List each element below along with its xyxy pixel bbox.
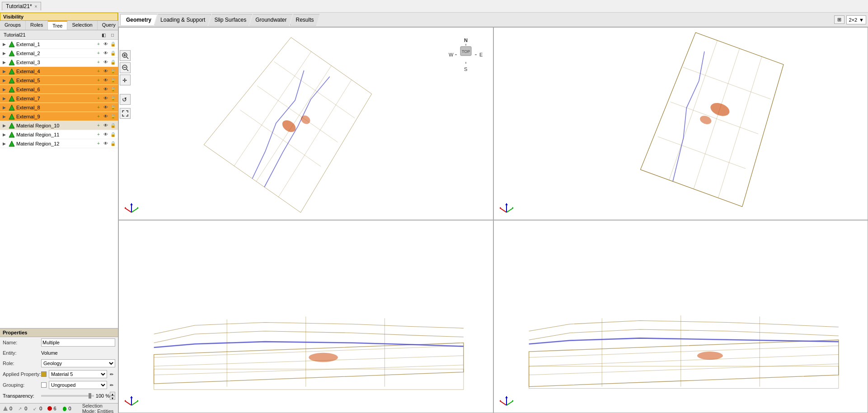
prop-name-input[interactable] xyxy=(41,338,115,347)
tree-row-material11[interactable]: ▶ Material Region_11 + 👁 🔒 xyxy=(0,130,118,139)
tab-loading-support[interactable]: Loading & Support xyxy=(155,14,211,26)
view-dropdown[interactable]: 2×2 ▼ xyxy=(846,15,866,24)
tree-list[interactable]: ▶ External_1 + 👁 🔒 ▶ xyxy=(0,40,118,328)
expand-icon-6[interactable]: ▶ xyxy=(1,86,7,93)
lock-icon-6[interactable]: 🔒 xyxy=(110,87,116,92)
tree-row-external5[interactable]: ▶ External_5 + 👁 🔒 xyxy=(0,76,118,85)
expand-icon-3[interactable]: ▶ xyxy=(1,59,7,66)
zoom-in-button[interactable] xyxy=(120,50,131,61)
lock-icon-11[interactable]: 🔒 xyxy=(110,132,116,137)
svg-point-64 xyxy=(309,353,338,362)
rotate-button[interactable]: ↺ xyxy=(120,94,131,105)
eye-icon-8[interactable]: 👁 xyxy=(103,105,109,110)
lock-icon-7[interactable]: 🔒 xyxy=(110,96,116,101)
viewport-bottom-left[interactable] xyxy=(118,220,493,413)
expand-icon-7[interactable]: ▶ xyxy=(1,95,7,102)
tree-expand-icon[interactable]: □ xyxy=(109,31,116,38)
add-icon-6: + xyxy=(95,87,102,92)
eye-icon-4[interactable]: 👁 xyxy=(103,69,109,74)
grouping-edit-button[interactable]: ✏ xyxy=(108,381,115,389)
prop-applied-select[interactable]: Material 5 xyxy=(49,370,107,378)
prop-grouping-select[interactable]: Ungrouped xyxy=(49,381,107,389)
tree-row-external4[interactable]: ▶ External_4 + 👁 🔒 xyxy=(0,67,118,76)
transparency-down-button[interactable]: ▼ xyxy=(110,396,115,400)
transparency-up-button[interactable]: ▲ xyxy=(110,392,115,396)
transparency-thumb[interactable] xyxy=(89,393,91,399)
lock-icon-10[interactable]: 🔒 xyxy=(110,123,116,128)
tree-row-external2[interactable]: ▶ External_2 + 👁 🔒 xyxy=(0,49,118,58)
svg-line-51 xyxy=(711,56,769,198)
mountain-icon-9 xyxy=(8,113,15,120)
viewport-top-right[interactable] xyxy=(493,27,868,220)
lock-icon-5[interactable]: 🔒 xyxy=(110,78,116,83)
eye-icon-12[interactable]: 👁 xyxy=(103,141,109,146)
eye-icon-2[interactable]: 👁 xyxy=(103,51,109,56)
prop-applied-wrap: Material 5 ✏ xyxy=(41,370,115,378)
viewport-top-left[interactable]: ✛ ↺ N S E W xyxy=(118,27,493,220)
tree-row-external1[interactable]: ▶ External_1 + 👁 🔒 xyxy=(0,40,118,49)
fit-button[interactable] xyxy=(120,108,131,119)
eye-icon-7[interactable]: 👁 xyxy=(103,96,109,101)
tab-groundwater[interactable]: Groundwater xyxy=(249,14,292,26)
leaf-icon xyxy=(62,406,67,411)
expand-icon-1[interactable]: ▶ xyxy=(1,41,7,47)
prop-role-wrap: Geology xyxy=(41,359,115,367)
eye-icon-9[interactable]: 👁 xyxy=(103,114,109,119)
tab-query[interactable]: Query xyxy=(98,21,121,30)
tree-row-external6[interactable]: ▶ External_6 + 👁 🔒 xyxy=(0,85,118,94)
svg-line-31 xyxy=(274,61,355,118)
expand-icon-11[interactable]: ▶ xyxy=(1,131,7,138)
zoom-out-button[interactable] xyxy=(120,62,131,73)
tree-row-external7[interactable]: ▶ External_7 + 👁 🔒 xyxy=(0,94,118,103)
eye-icon-11[interactable]: 👁 xyxy=(103,132,109,137)
add-icon-7: + xyxy=(95,96,102,101)
expand-icon-5[interactable]: ▶ xyxy=(1,77,7,84)
tree-header-label: Tutorial21 xyxy=(2,32,98,38)
tree-row-external3[interactable]: ▶ External_3 + 👁 🔒 xyxy=(0,58,118,67)
main-container: Visibility Groups Roles Tree Selection Q… xyxy=(0,13,868,413)
transparency-value: 100 % xyxy=(94,393,110,399)
eye-icon-1[interactable]: 👁 xyxy=(103,42,109,47)
tree-row-material12[interactable]: ▶ Material Region_12 + 👁 🔒 xyxy=(0,139,118,148)
mountain-icon-12 xyxy=(8,140,15,147)
expand-icon-10[interactable]: ▶ xyxy=(1,122,7,129)
eye-icon-5[interactable]: 👁 xyxy=(103,78,109,83)
tree-row-material10[interactable]: ▶ Material Region_10 + 👁 🔒 xyxy=(0,121,118,130)
lock-icon-9[interactable]: 🔒 xyxy=(110,114,116,119)
grid-layout-button[interactable]: ⊞ xyxy=(834,15,845,24)
pan-button[interactable]: ✛ xyxy=(120,75,131,85)
tree-collapse-icon[interactable]: ◧ xyxy=(100,31,107,38)
lock-icon-3[interactable]: 🔒 xyxy=(110,60,116,65)
expand-icon-4[interactable]: ▶ xyxy=(1,68,7,75)
tab-geometry[interactable]: Geometry xyxy=(120,14,157,26)
lock-icon-2[interactable]: 🔒 xyxy=(110,51,116,56)
expand-icon-9[interactable]: ▶ xyxy=(1,113,7,120)
expand-icon-12[interactable]: ▶ xyxy=(1,141,7,147)
prop-role-select[interactable]: Geology xyxy=(41,359,115,367)
applied-edit-button[interactable]: ✏ xyxy=(108,371,115,378)
tab-results[interactable]: Results xyxy=(290,14,320,26)
tab-tree[interactable]: Tree xyxy=(48,21,67,30)
doc-tab-tutorial21[interactable]: Tutorial21* × xyxy=(2,2,41,10)
eye-icon-6[interactable]: 👁 xyxy=(103,87,109,92)
tree-row-external9[interactable]: ▶ External_9 + 👁 🔒 xyxy=(0,112,118,121)
expand-icon-8[interactable]: ▶ xyxy=(1,104,7,111)
lock-icon-8[interactable]: 🔒 xyxy=(110,105,116,110)
lock-icon-4[interactable]: 🔒 xyxy=(110,69,116,74)
eye-icon-10[interactable]: 👁 xyxy=(103,123,109,128)
lock-icon-1[interactable]: 🔒 xyxy=(110,42,116,47)
lock-icon-12[interactable]: 🔒 xyxy=(110,141,116,146)
tree-label-4: External_4 xyxy=(16,69,94,74)
axes-indicator-bottom-left xyxy=(122,392,141,410)
tab-slip-surfaces[interactable]: Slip Surfaces xyxy=(208,14,252,26)
viewport-bottom-right[interactable] xyxy=(493,220,868,413)
tree-row-external8[interactable]: ▶ External_8 + 👁 🔒 xyxy=(0,103,118,112)
close-icon[interactable]: × xyxy=(35,4,38,9)
expand-icon-2[interactable]: ▶ xyxy=(1,50,7,56)
tab-groups[interactable]: Groups xyxy=(0,21,26,30)
eye-icon-3[interactable]: 👁 xyxy=(103,60,109,65)
tab-selection[interactable]: Selection xyxy=(67,21,97,30)
properties-header: Properties xyxy=(0,329,118,337)
tab-roles[interactable]: Roles xyxy=(26,21,48,30)
transparency-slider[interactable] xyxy=(41,395,94,397)
